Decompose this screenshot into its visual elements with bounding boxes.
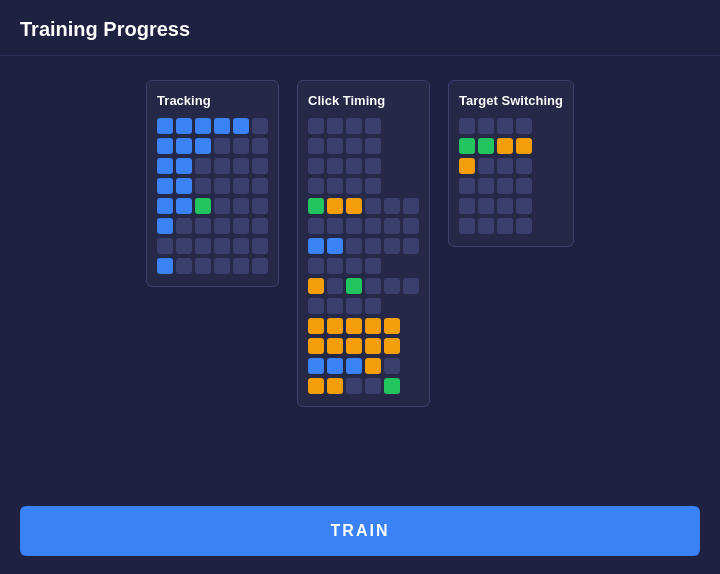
cell — [157, 258, 173, 274]
cell — [252, 178, 268, 194]
cell — [327, 358, 343, 374]
grid-row — [157, 178, 268, 194]
cell — [157, 238, 173, 254]
cell — [157, 198, 173, 214]
cell — [308, 158, 324, 174]
cell — [308, 298, 324, 314]
cell — [346, 138, 362, 154]
cell — [252, 198, 268, 214]
cell — [365, 338, 381, 354]
cell — [327, 338, 343, 354]
cell — [308, 258, 324, 274]
cell — [365, 358, 381, 374]
cell — [346, 218, 362, 234]
cell — [176, 138, 192, 154]
cell — [195, 178, 211, 194]
cell — [346, 298, 362, 314]
grid-row — [157, 118, 268, 134]
cell — [176, 178, 192, 194]
cell — [365, 238, 381, 254]
cell — [233, 138, 249, 154]
cell — [195, 238, 211, 254]
cell — [497, 218, 513, 234]
grid-row — [459, 138, 563, 154]
cell — [459, 178, 475, 194]
cell — [497, 178, 513, 194]
target-switching-panel-title: Target Switching — [459, 93, 563, 108]
grid-row — [157, 158, 268, 174]
cell — [478, 178, 494, 194]
cell — [346, 118, 362, 134]
grid-row — [157, 238, 268, 254]
click-timing-panel-title: Click Timing — [308, 93, 419, 108]
cell — [176, 238, 192, 254]
cell — [346, 378, 362, 394]
click-timing-grid — [308, 118, 419, 394]
cell — [327, 298, 343, 314]
cell — [346, 178, 362, 194]
cell — [195, 158, 211, 174]
train-button[interactable]: TRAIN — [20, 506, 700, 556]
cell — [195, 218, 211, 234]
cell — [365, 378, 381, 394]
cell — [233, 238, 249, 254]
page-title: Training Progress — [20, 18, 190, 40]
cell — [176, 198, 192, 214]
target-switching-panel: Target Switching — [448, 80, 574, 247]
cell — [459, 218, 475, 234]
cell — [365, 318, 381, 334]
cell — [308, 118, 324, 134]
cell — [365, 178, 381, 194]
cell — [327, 178, 343, 194]
grid-row — [459, 118, 563, 134]
cell — [327, 278, 343, 294]
grid-row — [308, 258, 419, 274]
cell — [516, 198, 532, 214]
cell — [327, 318, 343, 334]
cell — [308, 278, 324, 294]
target-switching-grid — [459, 118, 563, 234]
cell — [157, 178, 173, 194]
cell — [346, 258, 362, 274]
cell — [214, 198, 230, 214]
cell — [403, 198, 419, 214]
cell — [176, 118, 192, 134]
grid-row — [308, 118, 419, 134]
cell — [403, 238, 419, 254]
grid-row — [459, 178, 563, 194]
cell — [327, 138, 343, 154]
cell — [516, 138, 532, 154]
grid-row — [308, 158, 419, 174]
grid-row — [308, 238, 419, 254]
cell — [214, 218, 230, 234]
cell — [384, 278, 400, 294]
cell — [308, 378, 324, 394]
grid-row — [308, 198, 419, 214]
grid-row — [308, 358, 419, 374]
cell — [214, 238, 230, 254]
cell — [516, 118, 532, 134]
cell — [233, 158, 249, 174]
cell — [157, 218, 173, 234]
cell — [365, 118, 381, 134]
cell — [176, 218, 192, 234]
grid-row — [459, 158, 563, 174]
cell — [384, 358, 400, 374]
cell — [308, 198, 324, 214]
cell — [157, 158, 173, 174]
cell — [157, 138, 173, 154]
cell — [365, 298, 381, 314]
grid-row — [308, 218, 419, 234]
cell — [214, 258, 230, 274]
cell — [327, 118, 343, 134]
cell — [346, 278, 362, 294]
cell — [214, 158, 230, 174]
cell — [365, 258, 381, 274]
cell — [252, 118, 268, 134]
cell — [233, 258, 249, 274]
cell — [346, 238, 362, 254]
cell — [308, 358, 324, 374]
grid-row — [308, 138, 419, 154]
grid-row — [157, 258, 268, 274]
cell — [327, 158, 343, 174]
